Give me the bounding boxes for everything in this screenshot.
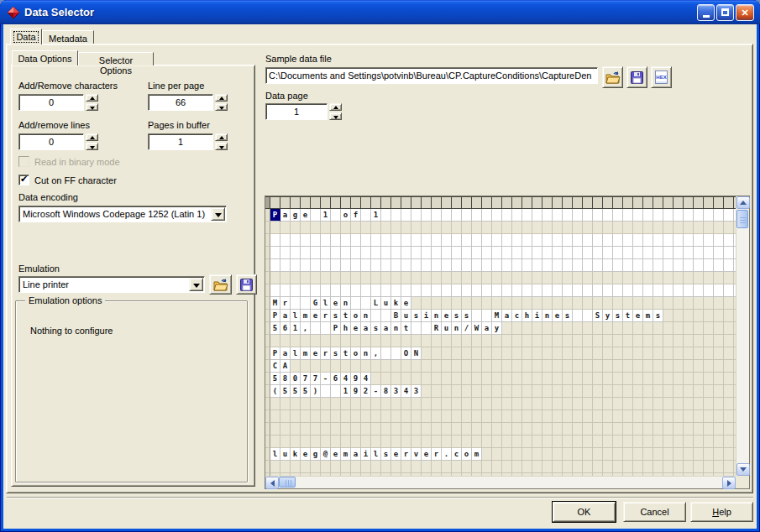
grid-cell[interactable]: [593, 297, 603, 310]
grid-cell[interactable]: [724, 322, 734, 335]
grid-cell[interactable]: [270, 247, 280, 259]
ok-button[interactable]: OK: [553, 502, 616, 522]
grid-cell[interactable]: [714, 310, 724, 322]
grid-cell[interactable]: [653, 335, 663, 347]
grid-cell[interactable]: a: [351, 448, 361, 461]
grid-cell[interactable]: [613, 423, 623, 436]
grid-cell[interactable]: s: [462, 310, 472, 322]
grid-cell[interactable]: [291, 436, 301, 448]
grid-cell[interactable]: [502, 284, 512, 297]
grid-cell[interactable]: [432, 373, 442, 385]
grid-cell[interactable]: [563, 335, 573, 347]
grid-cell[interactable]: [563, 461, 573, 473]
grid-cell[interactable]: [280, 284, 291, 297]
grid-body[interactable]: Page1of1MrGlenLukePalmerstonBusinessMach…: [265, 196, 736, 476]
grid-cell[interactable]: [331, 247, 341, 259]
grid-cell[interactable]: [401, 398, 411, 410]
grid-cell[interactable]: [633, 347, 643, 360]
grid-cell[interactable]: [573, 423, 583, 436]
grid-cell[interactable]: [563, 373, 573, 385]
grid-cell[interactable]: [361, 297, 371, 310]
grid-cell[interactable]: [442, 385, 452, 398]
grid-cell[interactable]: [341, 398, 351, 410]
grid-cell[interactable]: [512, 347, 522, 360]
grid-cell[interactable]: [553, 385, 563, 398]
grid-cell[interactable]: e: [331, 448, 341, 461]
grid-cell[interactable]: [321, 461, 331, 473]
grid-cell[interactable]: [714, 347, 724, 360]
grid-cell[interactable]: [553, 448, 563, 461]
grid-cell[interactable]: s: [371, 322, 381, 335]
grid-cell[interactable]: 2: [361, 385, 371, 398]
grid-column-header[interactable]: [482, 197, 492, 208]
grid-cell[interactable]: [553, 322, 563, 335]
grid-cell[interactable]: [301, 297, 311, 310]
grid-cell[interactable]: [391, 272, 401, 284]
grid-cell[interactable]: [502, 410, 512, 423]
grid-cell[interactable]: [301, 410, 311, 423]
grid-cell[interactable]: [603, 272, 613, 284]
grid-cell[interactable]: [553, 436, 563, 448]
grid-cell[interactable]: o: [351, 347, 361, 360]
grid-cell[interactable]: 1: [291, 322, 301, 335]
grid-cell[interactable]: [522, 373, 532, 385]
grid-cell[interactable]: [653, 272, 663, 284]
grid-cell[interactable]: [633, 322, 643, 335]
grid-cell[interactable]: [442, 373, 452, 385]
grid-cell[interactable]: [291, 284, 301, 297]
grid-cell[interactable]: [411, 209, 422, 222]
grid-cell[interactable]: [542, 272, 553, 284]
grid-cell[interactable]: [472, 398, 482, 410]
grid-cell[interactable]: [341, 272, 351, 284]
grid-cell[interactable]: [714, 410, 724, 423]
grid-cell[interactable]: [401, 259, 411, 272]
grid-cell[interactable]: [714, 247, 724, 259]
grid-cell[interactable]: [613, 209, 623, 222]
grid-cell[interactable]: [280, 423, 291, 436]
grid-cell[interactable]: [542, 347, 553, 360]
grid-cell[interactable]: [613, 398, 623, 410]
grid-cell[interactable]: [583, 310, 593, 322]
grid-cell[interactable]: [280, 335, 291, 347]
pages-in-buffer-input[interactable]: 1: [148, 133, 213, 150]
grid-cell[interactable]: [633, 410, 643, 423]
grid-cell[interactable]: [472, 436, 482, 448]
grid-cell[interactable]: [663, 310, 674, 322]
grid-cell[interactable]: [623, 272, 633, 284]
grid-cell[interactable]: [381, 410, 391, 423]
grid-column-header[interactable]: [462, 197, 472, 208]
grid-cell[interactable]: [623, 410, 633, 423]
grid-cell[interactable]: [391, 222, 401, 234]
grid-cell[interactable]: [401, 373, 411, 385]
grid-cell[interactable]: [653, 347, 663, 360]
grid-column-header[interactable]: [633, 197, 643, 208]
grid-cell[interactable]: [341, 410, 351, 423]
grid-cell[interactable]: [391, 335, 401, 347]
grid-cell[interactable]: [462, 259, 472, 272]
grid-cell[interactable]: t: [401, 322, 411, 335]
grid-cell[interactable]: [301, 360, 311, 373]
grid-cell[interactable]: [512, 272, 522, 284]
grid-cell[interactable]: [401, 461, 411, 473]
grid-cell[interactable]: [724, 347, 734, 360]
grid-cell[interactable]: [653, 222, 663, 234]
grid-cell[interactable]: [321, 385, 331, 398]
grid-cell[interactable]: [291, 360, 301, 373]
scroll-left-button[interactable]: [265, 477, 279, 489]
grid-cell[interactable]: [633, 373, 643, 385]
grid-cell[interactable]: [603, 423, 613, 436]
grid-cell[interactable]: [311, 247, 321, 259]
grid-cell[interactable]: [391, 423, 401, 436]
grid-column-header[interactable]: [694, 197, 704, 208]
grid-column-header[interactable]: [623, 197, 633, 208]
grid-cell[interactable]: [411, 410, 422, 423]
grid-cell[interactable]: [452, 385, 462, 398]
grid-cell[interactable]: [573, 373, 583, 385]
grid-cell[interactable]: [371, 436, 381, 448]
grid-cell[interactable]: [532, 322, 542, 335]
grid-column-header[interactable]: [613, 197, 623, 208]
grid-cell[interactable]: 3: [411, 385, 422, 398]
grid-cell[interactable]: [542, 398, 553, 410]
grid-cell[interactable]: [583, 284, 593, 297]
grid-cell[interactable]: [522, 385, 532, 398]
